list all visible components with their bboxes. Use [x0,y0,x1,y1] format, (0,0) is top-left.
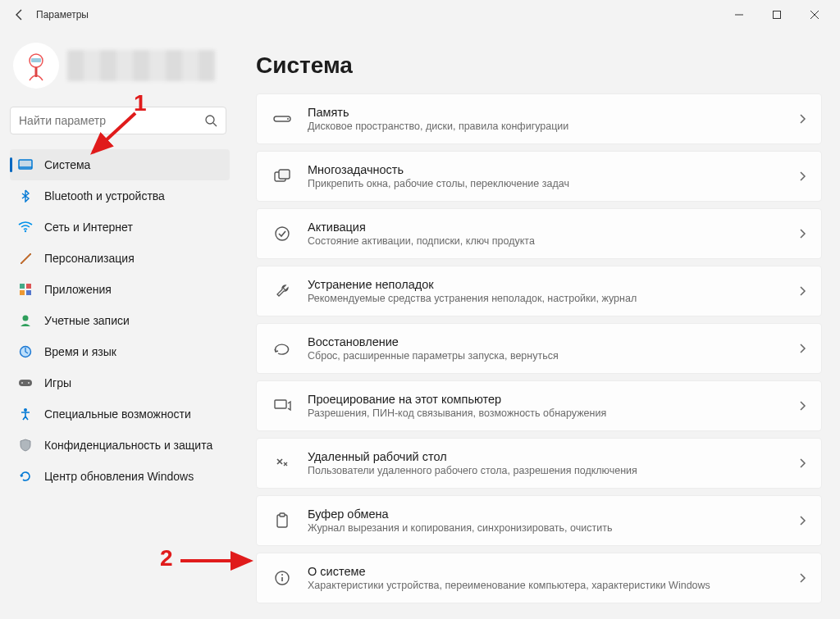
sidebar-item-label: Центр обновления Windows [44,470,194,483]
svg-point-9 [25,230,26,232]
sidebar-item-label: Время и язык [44,345,116,358]
card-title: Проецирование на этот компьютер [308,393,798,406]
chevron-right-icon [798,228,806,239]
card-title: Устранение неполадок [308,278,798,291]
sidebar-item-accessibility[interactable]: Специальные возможности [10,398,230,430]
sidebar-item-system[interactable]: Система [10,149,230,180]
card-subtitle: Состояние активации, подписки, ключ прод… [308,235,798,247]
card-multitasking[interactable]: Многозадачность Прикрепить окна, рабочие… [256,151,822,202]
card-title: Активация [308,221,798,234]
svg-rect-27 [280,513,285,517]
card-storage[interactable]: Память Дисковое пространство, диски, пра… [256,93,822,144]
sidebar-item-label: Персонализация [44,252,135,265]
sidebar-item-label: Конфиденциальность и защита [44,439,212,452]
wrench-icon [272,280,293,302]
profile-block[interactable] [10,36,230,103]
card-project[interactable]: Проецирование на этот компьютер Разрешен… [256,380,822,431]
chevron-right-icon [798,572,806,584]
card-subtitle: Рекомендуемые средства устранения непола… [308,293,798,304]
card-subtitle: Сброс, расширенные параметры запуска, ве… [308,350,798,362]
svg-rect-11 [26,284,31,289]
sidebar-item-personalization[interactable]: Персонализация [10,243,230,274]
clock-globe-icon [18,344,33,359]
settings-cards: Память Дисковое пространство, диски, пра… [256,93,822,607]
svg-point-17 [21,382,23,384]
svg-rect-3 [31,58,41,62]
back-button[interactable] [7,2,33,28]
titlebar: Параметры [0,0,840,30]
project-icon [272,395,293,416]
sidebar: Система Bluetooth и устройства Сеть и Ин… [0,30,238,619]
display-icon [18,157,33,172]
card-title: Память [308,106,798,119]
card-title: О системе [308,565,798,578]
window-controls [720,2,833,28]
card-subtitle: Характеристики устройства, переименовани… [308,580,798,591]
sidebar-item-label: Сеть и Интернет [44,221,133,234]
sidebar-item-label: Система [44,158,90,171]
chevron-right-icon [798,171,806,182]
svg-rect-16 [19,380,32,386]
card-subtitle: Журнал вырезания и копирования, синхрони… [308,522,798,534]
card-remote-desktop[interactable]: Удаленный рабочий стол Пользователи удал… [256,438,822,489]
wifi-icon [18,220,33,234]
info-icon [272,567,293,589]
sidebar-item-time[interactable]: Время и язык [10,336,230,367]
card-text: Восстановление Сброс, расширенные параме… [308,335,798,362]
check-circle-icon [272,223,293,244]
svg-rect-23 [279,170,290,179]
card-title: Удаленный рабочий стол [308,450,798,463]
sidebar-item-label: Учетные записи [44,314,130,327]
search-box[interactable] [10,107,226,134]
card-title: Восстановление [308,335,798,348]
multitask-icon [272,166,293,187]
sidebar-item-update[interactable]: Центр обновления Windows [10,461,230,492]
maximize-button[interactable] [758,2,796,28]
sidebar-item-label: Bluetooth и устройства [44,189,165,203]
sidebar-item-network[interactable]: Сеть и Интернет [10,212,230,243]
search-icon [204,114,217,127]
card-subtitle: Дисковое пространство, диски, правила ко… [308,121,798,132]
sidebar-item-label: Специальные возможности [44,407,191,421]
svg-point-21 [287,118,289,120]
card-text: Буфер обмена Журнал вырезания и копирова… [308,507,798,534]
update-icon [18,469,33,484]
shield-icon [18,438,33,453]
svg-line-6 [213,123,217,126]
card-recovery[interactable]: Восстановление Сброс, расширенные параме… [256,323,822,374]
sidebar-item-label: Приложения [44,283,112,296]
svg-rect-13 [26,290,31,295]
svg-point-5 [206,116,214,124]
sidebar-item-bluetooth[interactable]: Bluetooth и устройства [10,180,230,212]
sidebar-item-games[interactable]: Игры [10,367,230,398]
accessibility-icon [18,407,33,421]
search-input[interactable] [19,114,204,127]
card-text: Память Дисковое пространство, диски, пра… [308,106,798,132]
sidebar-item-apps[interactable]: Приложения [10,274,230,305]
close-button[interactable] [796,2,833,28]
sidebar-item-privacy[interactable]: Конфиденциальность и защита [10,430,230,461]
bluetooth-icon [18,189,33,203]
svg-rect-12 [20,290,25,295]
close-icon [810,10,819,20]
profile-name-redacted [67,50,215,81]
card-text: Активация Состояние активации, подписки,… [308,221,798,247]
card-subtitle: Разрешения, ПИН-код связывания, возможно… [308,407,798,419]
page-title: Система [256,52,822,79]
card-about[interactable]: О системе Характеристики устройства, пер… [256,553,822,603]
card-activation[interactable]: Активация Состояние активации, подписки,… [256,208,822,259]
card-clipboard[interactable]: Буфер обмена Журнал вырезания и копирова… [256,495,822,546]
chevron-right-icon [798,515,806,526]
chevron-right-icon [798,457,806,469]
apps-icon [18,282,33,297]
person-icon [18,313,33,328]
svg-point-29 [281,574,283,576]
chevron-right-icon [798,343,806,354]
card-troubleshoot[interactable]: Устранение неполадок Рекомендуемые средс… [256,266,822,316]
chevron-right-icon [798,285,806,297]
minimize-button[interactable] [720,2,758,28]
card-title: Многозадачность [308,163,798,176]
chevron-right-icon [798,113,806,125]
sidebar-item-accounts[interactable]: Учетные записи [10,305,230,336]
main-panel: Система Память Дисковое пространство, ди… [238,30,840,619]
